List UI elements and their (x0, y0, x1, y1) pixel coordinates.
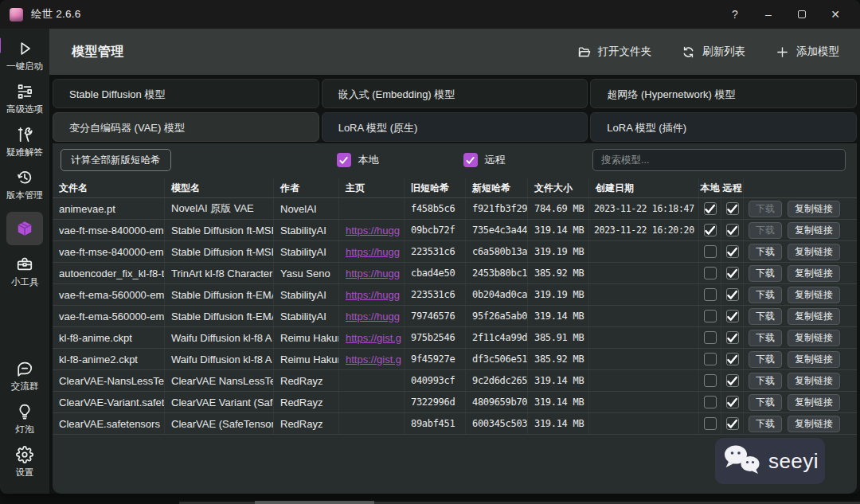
download-button[interactable]: 下载 (749, 287, 782, 303)
sidebar-item-label: 高级选项 (6, 104, 43, 115)
local-checkbox[interactable] (704, 267, 717, 279)
homepage-link[interactable]: https://hugg (346, 225, 400, 236)
homepage-cell: https://hugg (339, 306, 405, 326)
old-hash-cell: 9f45927e (405, 349, 466, 369)
local-filter-checkbox[interactable]: 本地 (337, 153, 379, 167)
sidebar-item-chat[interactable]: 交流群 (4, 360, 45, 393)
copy-link-button[interactable]: 复制链接 (788, 416, 840, 432)
homepage-cell: https://hugg (339, 241, 405, 262)
copy-link-button[interactable]: 复制链接 (788, 308, 840, 325)
local-checkbox[interactable] (704, 353, 717, 365)
author-cell: Yasu Seno (274, 263, 339, 283)
copy-link-button[interactable]: 复制链接 (788, 201, 840, 217)
sidebar-item-package[interactable] (6, 212, 43, 245)
watermark-text: seeyi (768, 449, 819, 474)
actions-cell: 下载复制链接 (744, 220, 857, 240)
homepage-cell (339, 392, 405, 412)
remote-checkbox-checked[interactable] (726, 310, 739, 322)
copy-link-button[interactable]: 复制链接 (788, 373, 840, 389)
sidebar-item-options[interactable]: 高级选项 (4, 83, 45, 115)
copy-link-button[interactable]: 复制链接 (788, 394, 840, 411)
remote-checkbox-checked[interactable] (726, 396, 739, 408)
download-button[interactable]: 下载 (749, 351, 782, 368)
sidebar-item-bulb[interactable]: 灯泡 (4, 403, 45, 436)
add-model-button[interactable]: 添加模型 (776, 45, 839, 59)
local-checkbox[interactable] (704, 288, 717, 301)
remote-filter-checkbox[interactable]: 远程 (463, 153, 506, 167)
close-button[interactable]: ✕ (819, 2, 852, 26)
download-button[interactable]: 下载 (749, 394, 782, 411)
refresh-list-button[interactable]: 刷新列表 (682, 45, 745, 59)
copy-link-button[interactable]: 复制链接 (788, 265, 840, 282)
table-body: animevae.ptNovelAI 原版 VAENovelAIf458b5c6… (53, 198, 857, 435)
model-tabs-row-2: 变分自编码器 (VAE) 模型LoRA 模型 (原生)LoRA 模型 (插件) (53, 112, 857, 142)
remote-checkbox-checked[interactable] (726, 353, 739, 365)
sidebar-item-gear[interactable]: 设置 (4, 446, 45, 479)
compute-hash-button[interactable]: 计算全部新版短哈希 (61, 149, 171, 171)
local-checkbox[interactable] (704, 417, 717, 430)
tab-lora-[interactable]: LoRA 模型 (插件) (590, 112, 857, 142)
remote-checkbox-checked[interactable] (726, 417, 739, 430)
tab-stable-diffusion-[interactable]: Stable Diffusion 模型 (53, 79, 319, 108)
local-checkbox[interactable] (704, 374, 717, 387)
table-row: vae-ft-mse-840000-emStable Diffusion ft-… (53, 220, 857, 241)
local-checkbox[interactable] (704, 245, 717, 258)
sidebar-item-label: 灯泡 (16, 424, 34, 436)
minimize-button[interactable]: – (752, 2, 785, 26)
homepage-link[interactable]: https://hugg (346, 311, 400, 322)
sidebar-item-label: 疑难解答 (6, 147, 43, 158)
local-checkbox[interactable] (704, 310, 717, 322)
homepage-link[interactable]: https://gist.g (346, 332, 401, 344)
sidebar-item-play[interactable]: 一键启动 (4, 40, 45, 72)
local-checkbox[interactable] (704, 396, 717, 408)
remote-checkbox-checked[interactable] (726, 224, 739, 236)
download-button[interactable]: 下载 (749, 308, 782, 325)
remote-checkbox-checked[interactable] (726, 202, 739, 215)
remote-checkbox-checked[interactable] (726, 331, 739, 344)
download-button[interactable]: 下载 (749, 373, 782, 389)
file-name-cell: ClearVAE.safetensors (53, 413, 165, 434)
sidebar-item-tools[interactable]: 疑难解答 (4, 126, 45, 158)
homepage-link[interactable]: https://hugg (346, 246, 400, 258)
file-name-cell: vae-ft-ema-560000-em (53, 306, 165, 326)
old-hash-cell: 89abf451 (405, 413, 466, 434)
remote-checkbox-checked[interactable] (726, 267, 739, 279)
model-name-cell: Waifu Diffusion kl-f8 A (165, 327, 274, 348)
model-name-cell: Waifu Diffusion kl-f8 A (165, 349, 274, 369)
sidebar-item-toolbox[interactable]: 小工具 (4, 256, 45, 288)
local-checkbox-checked[interactable] (704, 202, 717, 215)
download-button[interactable]: 下载 (749, 416, 782, 432)
copy-link-button[interactable]: 复制链接 (788, 330, 840, 346)
homepage-link[interactable]: https://gist.g (346, 354, 401, 365)
download-button[interactable]: 下载 (749, 244, 782, 260)
date-cell: 2023-11-22 16:18:47 (589, 198, 699, 219)
author-cell: RedRayz (274, 392, 339, 412)
copy-link-button[interactable]: 复制链接 (788, 287, 840, 303)
tab--hypernetwork-[interactable]: 超网络 (Hypernetwork) 模型 (590, 79, 857, 108)
remote-checkbox-checked[interactable] (726, 374, 739, 387)
local-checkbox-checked[interactable] (704, 224, 717, 236)
help-button[interactable]: ? (718, 2, 752, 26)
remote-cell (721, 349, 744, 369)
open-folder-button[interactable]: 打开文件夹 (577, 45, 652, 59)
homepage-link[interactable]: https://hugg (346, 268, 400, 279)
copy-link-button[interactable]: 复制链接 (788, 351, 840, 368)
homepage-link[interactable]: https://hugg (346, 289, 400, 301)
tab--vae-[interactable]: 变分自编码器 (VAE) 模型 (53, 112, 319, 142)
remote-checkbox-checked[interactable] (726, 245, 739, 258)
remote-checkbox-checked[interactable] (726, 288, 739, 301)
tab--embedding-[interactable]: 嵌入式 (Embedding) 模型 (322, 79, 588, 108)
local-checkbox[interactable] (704, 331, 717, 344)
copy-link-button[interactable]: 复制链接 (788, 222, 840, 239)
download-button[interactable]: 下载 (749, 265, 782, 282)
old-hash-cell: 09bcb72f (405, 220, 466, 240)
sidebar-item-history[interactable]: 版本管理 (4, 169, 45, 201)
maximize-button[interactable] (785, 2, 819, 26)
toolbox-icon (16, 256, 33, 273)
search-input[interactable] (592, 149, 846, 171)
copy-link-button[interactable]: 复制链接 (788, 244, 840, 260)
download-button[interactable]: 下载 (749, 330, 782, 346)
tab-lora-[interactable]: LoRA 模型 (原生) (322, 112, 588, 142)
model-name-cell: TrinArt kl-f8 Characters (165, 263, 274, 283)
new-hash-cell: df3c506e51 (466, 349, 528, 369)
